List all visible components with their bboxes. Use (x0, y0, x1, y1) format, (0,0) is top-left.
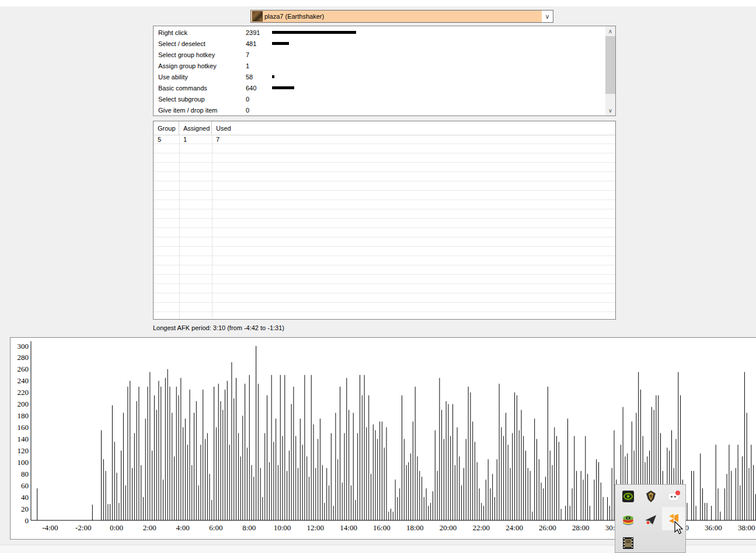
apm-bar (283, 436, 283, 521)
apm-bar (700, 453, 701, 520)
apm-bar (368, 396, 369, 520)
y-tick-label: 60 (21, 481, 29, 490)
stat-value: 0 (246, 107, 249, 114)
apm-bar (273, 442, 274, 520)
apm-bar (751, 444, 751, 520)
telegram-plane-icon (644, 513, 658, 526)
stat-row[interactable]: Assign group hotkey1 (154, 60, 605, 71)
tray-item-nvidia[interactable] (616, 485, 640, 508)
apm-bar (574, 436, 574, 521)
apm-bar (346, 378, 347, 520)
column-header-assigned[interactable]: Assigned (179, 121, 212, 135)
apm-bar (106, 471, 106, 520)
apm-bar (428, 506, 428, 520)
apm-bar (455, 465, 455, 520)
player-select-combo[interactable]: plaza7 (Earthshaker) ∨ (250, 10, 553, 23)
apm-bar (172, 413, 172, 520)
apm-bar (103, 459, 104, 520)
apm-bar (245, 384, 245, 520)
apm-bar (506, 413, 506, 520)
apm-bar (236, 378, 236, 520)
tray-item-telegram[interactable] (639, 508, 663, 531)
scrollbar-down-icon[interactable]: ∨ (605, 106, 615, 116)
stat-row[interactable]: Use ability58 (154, 71, 605, 82)
stat-label: Select subgroup (158, 96, 205, 103)
x-tick-label: -2:00 (75, 523, 91, 532)
stat-row[interactable]: Give item / drop item0 (154, 104, 605, 116)
apm-bar (112, 405, 113, 520)
apm-bar (37, 488, 37, 520)
apm-bar (413, 422, 413, 520)
apm-bar (561, 509, 562, 520)
apm-bar (576, 471, 577, 520)
apm-bar (702, 488, 703, 520)
y-tick-label: 80 (21, 470, 29, 478)
apm-bar (477, 462, 478, 520)
apm-bar (256, 346, 256, 520)
apm-bar (483, 506, 484, 520)
tray-item-media[interactable] (616, 531, 640, 553)
tray-item-discord[interactable] (662, 485, 685, 508)
column-header-group[interactable]: Group (154, 121, 179, 135)
stat-label: Use ability (158, 74, 188, 80)
stat-row[interactable]: Select subgroup0 (154, 93, 605, 104)
apm-bar (426, 488, 427, 520)
apm-bar (218, 384, 219, 520)
apm-bar (253, 477, 254, 520)
stats-scrollbar[interactable]: ∧ ∨ (605, 26, 615, 116)
stat-label: Right click (158, 29, 187, 36)
apm-bar (528, 468, 528, 520)
combo-selected-item[interactable]: plaza7 (Earthshaker) (251, 10, 542, 22)
x-tick-label: 0:00 (110, 523, 123, 532)
media-film-icon (622, 536, 635, 550)
stat-row[interactable]: Basic commands640 (154, 82, 605, 93)
apm-bar (446, 401, 447, 520)
stat-value: 7 (246, 51, 249, 58)
control-groups-table: GroupAssignedUsed 517 (153, 121, 616, 320)
stat-row[interactable]: Select / deselect481 (154, 38, 605, 49)
apm-bar (740, 485, 740, 520)
y-tick-label: 280 (18, 353, 29, 362)
stat-row[interactable]: Right click2391 (154, 27, 605, 38)
y-tick-label: 140 (18, 435, 29, 443)
apm-bar (742, 456, 743, 520)
apm-bar (444, 439, 444, 521)
apm-bar (494, 497, 495, 520)
combo-dropdown-button[interactable]: ∨ (542, 10, 553, 22)
tray-item-bluestacks[interactable] (616, 508, 640, 531)
apm-bar (291, 404, 292, 520)
apm-bar (163, 480, 163, 520)
apm-bar (227, 381, 228, 520)
apm-bar (221, 401, 221, 520)
action-stats-panel: Right click2391Select / deselect481Selec… (153, 26, 616, 116)
apm-bar (130, 381, 130, 520)
table-row[interactable]: 517 (154, 135, 615, 144)
apm-bar (364, 375, 365, 520)
apm-bar (185, 419, 186, 520)
apm-bar (174, 456, 175, 520)
apm-bar (433, 491, 433, 520)
apm-bar (691, 471, 692, 520)
y-tick-label: 260 (18, 365, 29, 373)
apm-bar (749, 468, 750, 520)
column-header-used[interactable]: Used (212, 121, 615, 135)
apm-bar (331, 433, 332, 521)
apm-bar (541, 482, 542, 520)
apm-bar (393, 512, 393, 520)
apm-bar (101, 430, 102, 521)
apm-bar (284, 375, 285, 520)
tray-item-game[interactable] (639, 485, 663, 508)
apm-bar (727, 474, 727, 520)
scrollbar-up-icon[interactable]: ∧ (605, 26, 615, 36)
apm-bar (410, 453, 411, 520)
apm-bar (534, 419, 535, 520)
y-tick-label: 220 (18, 388, 29, 397)
stat-row[interactable]: Select group hotkey7 (154, 49, 605, 60)
apm-bar (132, 468, 133, 520)
apm-bar (371, 474, 371, 520)
action-stats-list: Right click2391Select / deselect481Selec… (154, 27, 605, 116)
scrollbar-thumb[interactable] (605, 36, 615, 94)
x-tick-label: 2:00 (143, 523, 156, 532)
apm-bar (521, 410, 522, 520)
x-tick-label: 6:00 (209, 523, 222, 532)
